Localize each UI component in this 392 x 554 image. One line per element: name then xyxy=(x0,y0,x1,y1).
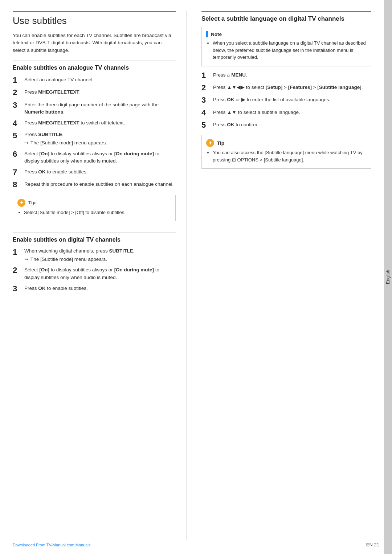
page-title: Use subtitles xyxy=(13,11,176,26)
sub-item: ↪ The [Subtitle mode] menu appears. xyxy=(24,256,134,263)
intro-text: You can enable subtitles for each TV cha… xyxy=(13,32,176,54)
step-item: 1 When watching digital channels, press … xyxy=(13,247,176,263)
tip-header: ✦ Tip xyxy=(17,199,171,207)
note-box: Note When you select a subtitle language… xyxy=(201,27,371,66)
step-number: 1 xyxy=(13,75,24,85)
section1-title: Enable subtitles on analogue TV channels xyxy=(13,61,176,71)
main-content: Use subtitles You can enable subtitles f… xyxy=(0,0,384,554)
tip-header: ✦ Tip xyxy=(206,139,367,147)
step-item: 2 Press MHEG/TELETEXT. xyxy=(13,88,176,97)
step-number: 5 xyxy=(13,131,24,140)
page-container: English Use subtitles You can enable sub… xyxy=(0,0,392,554)
step-number: 4 xyxy=(201,108,213,118)
step-item: 6 Select [On] to display subtitles alway… xyxy=(13,149,176,165)
step-item: 7 Press OK to enable subtitles. xyxy=(13,168,176,177)
step-item: 5 Press OK to confirm. xyxy=(201,120,371,130)
step-content: Press ▲▼◀▶ to select [Setup] > [Features… xyxy=(213,83,363,91)
sidebar-label: English xyxy=(385,270,391,284)
digital-lang-steps: 1 Press ⌂ MENU. 2 Press ▲▼◀▶ to select [… xyxy=(201,71,371,130)
step-number: 7 xyxy=(13,168,24,177)
step-content: Press SUBTITLE. xyxy=(24,131,64,137)
note-content: When you select a subtitle language on a… xyxy=(206,40,367,61)
tip-box-digital: ✦ Tip You can also access the [Subtitle … xyxy=(201,135,371,169)
step-content: Repeat this procedure to enable subtitle… xyxy=(24,180,173,188)
section-digital: Enable subtitles on digital TV channels … xyxy=(13,233,176,294)
step-content: Select [On] to display subtitles always … xyxy=(24,149,176,165)
tip-content: Select [Subtitle mode] > [Off] to disabl… xyxy=(17,209,171,216)
tip-icon: ✦ xyxy=(206,139,214,147)
note-header: Note xyxy=(206,31,367,37)
step-number: 3 xyxy=(201,95,213,105)
step-content: Press ▲▼ to select a subtitle language. xyxy=(213,108,300,116)
footer-page-label: EN xyxy=(366,542,373,547)
sub-item: ↪ The [Subtitle mode] menu appears. xyxy=(24,140,107,147)
sidebar-tab: English xyxy=(384,0,392,554)
step-number: 2 xyxy=(201,83,213,93)
sub-text: The [Subtitle mode] menu appears. xyxy=(30,256,107,263)
step-content: Select an analogue TV channel. xyxy=(24,75,94,83)
step-item: 1 Select an analogue TV channel. xyxy=(13,75,176,85)
step-content: Press OK to enable subtitles. xyxy=(24,284,88,292)
section-analogue: Enable subtitles on analogue TV channels… xyxy=(13,61,176,222)
step-item: 3 Press OK or ▶ to enter the list of ava… xyxy=(201,95,371,105)
footer-page: EN 21 xyxy=(366,542,379,547)
section2-title: Enable subtitles on digital TV channels xyxy=(13,233,176,243)
tip-icon: ✦ xyxy=(17,199,25,207)
step-number: 1 xyxy=(201,71,213,80)
tip-label: Tip xyxy=(28,200,36,205)
step-number: 3 xyxy=(13,100,24,110)
tip-label: Tip xyxy=(217,140,224,146)
note-label: Note xyxy=(211,32,222,37)
step-item: 4 Press ▲▼ to select a subtitle language… xyxy=(201,108,371,118)
footer: Downloaded From TV-Manual.com Manuals EN… xyxy=(13,542,379,547)
step-number: 3 xyxy=(13,284,24,294)
step-item: 3 Press OK to enable subtitles. xyxy=(13,284,176,294)
step-number: 5 xyxy=(201,120,213,130)
footer-link[interactable]: Downloaded From TV-Manual.com Manuals xyxy=(13,543,90,547)
left-column: Use subtitles You can enable subtitles f… xyxy=(13,11,187,539)
step-content: Press ⌂ MENU. xyxy=(213,71,247,79)
step-number: 4 xyxy=(13,119,24,128)
step-item: 2 Select [On] to display subtitles alway… xyxy=(13,266,176,281)
step-number: 2 xyxy=(13,88,24,97)
step-item: 1 Press ⌂ MENU. xyxy=(201,71,371,80)
tip-content: You can also access the [Subtitle langua… xyxy=(206,149,367,163)
tip-box-analogue: ✦ Tip Select [Subtitle mode] > [Off] to … xyxy=(13,195,176,222)
note-bar-icon xyxy=(206,31,208,37)
note-text: When you select a subtitle language on a… xyxy=(213,40,367,61)
step-number: 2 xyxy=(13,266,24,275)
step-item: 5 Press SUBTITLE. ↪ The [Subtitle mode] … xyxy=(13,131,176,146)
digital-steps: 1 When watching digital channels, press … xyxy=(13,247,176,294)
footer-page-number: 21 xyxy=(374,542,379,547)
step-content: Press OK to enable subtitles. xyxy=(24,168,88,176)
right-section-title: Select a subtitle language on digital TV… xyxy=(201,11,371,22)
right-column: Select a subtitle language on digital TV… xyxy=(198,11,371,539)
step-item: 8 Repeat this procedure to enable subtit… xyxy=(13,180,176,189)
step-content: Press OK or ▶ to enter the list of avail… xyxy=(213,95,330,103)
step-number: 1 xyxy=(13,247,24,257)
step-number: 6 xyxy=(13,149,24,159)
step-item: 4 Press MHEG/TELETEXT to switch off tele… xyxy=(13,119,176,128)
step-number: 8 xyxy=(13,180,24,189)
analogue-steps: 1 Select an analogue TV channel. 2 Press… xyxy=(13,75,176,190)
step-content: Press MHEG/TELETEXT. xyxy=(24,88,81,96)
sub-text: The [Subtitle mode] menu appears. xyxy=(30,140,107,147)
step-content: Press OK to confirm. xyxy=(213,120,258,128)
step-content: Press MHEG/TELETEXT to switch off telete… xyxy=(24,119,125,127)
step-content: Select [On] to display subtitles always … xyxy=(24,266,176,281)
step-content: Enter the three-digit page number of the… xyxy=(24,100,176,116)
arrow-icon: ↪ xyxy=(24,257,28,262)
step-item: 3 Enter the three-digit page number of t… xyxy=(13,100,176,116)
section-divider xyxy=(13,228,176,228)
step-item: 2 Press ▲▼◀▶ to select [Setup] > [Featur… xyxy=(201,83,371,93)
arrow-icon: ↪ xyxy=(24,140,28,145)
step-content: When watching digital channels, press SU… xyxy=(24,247,134,254)
